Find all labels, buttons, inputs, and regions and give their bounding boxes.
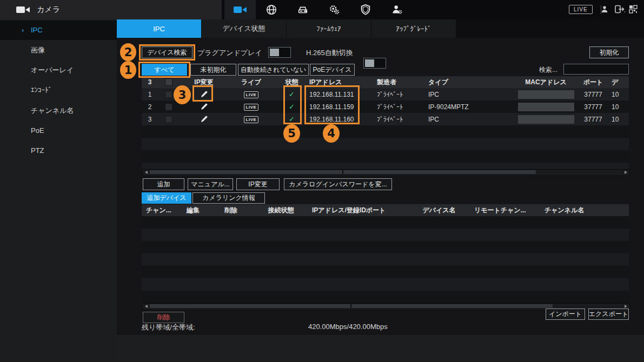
live-badge[interactable]: LIVE (244, 91, 259, 98)
mac-address-redacted (518, 103, 574, 111)
table-row[interactable]: 1 LIVE ✓ 192.168.11.131 ﾌﾟﾗｲﾍﾞｰﾄ IPC 377… (142, 88, 629, 100)
col-type: タイプ (428, 78, 515, 87)
live-button[interactable]: LIVE (569, 5, 593, 14)
row-number: 1 (142, 91, 158, 98)
sidebar: › IPC 画像 オーバーレイ ｴﾝｺｰﾄﾞ チャンネル名 PoE PTZ (0, 19, 117, 362)
row-checkbox[interactable] (165, 91, 172, 98)
port: 37777 (577, 91, 609, 98)
manufacturer: ﾌﾟﾗｲﾍﾞｰﾄ (377, 91, 428, 98)
h265-auto-toggle[interactable] (363, 58, 386, 69)
sidebar-item-ptz[interactable]: PTZ (0, 143, 117, 159)
nav-account-icon[interactable] (381, 0, 413, 19)
row-number: 2 (142, 103, 158, 111)
tab-strip: IPC デバイス状態 ﾌｧｰﾑｳｪｱ ｱｯﾌﾟｸﾞﾚｰﾄﾞ (117, 19, 644, 38)
device-type: IP-9024MPTZ (428, 103, 515, 111)
change-camera-password-button[interactable]: カメラログインパスワードを変... (284, 178, 392, 190)
modify-ip-button[interactable]: IP変更 (236, 178, 280, 190)
scroll-right-icon[interactable] (625, 171, 627, 174)
col-mac: MACアドレス (515, 78, 577, 87)
sidebar-item-label: チャンネル名 (31, 106, 74, 115)
tab-device-status[interactable]: デバイス状態 (202, 19, 286, 38)
table-row[interactable]: 3 LIVE ✓ 192.168.11.160 ﾌﾟﾗｲﾍﾞｰﾄ IPC 377… (142, 113, 629, 125)
import-button[interactable]: インポート (546, 309, 585, 320)
live-badge[interactable]: LIVE (244, 104, 259, 111)
nav-storage-icon[interactable] (287, 0, 318, 19)
device-table-hscrollbar[interactable] (142, 169, 630, 176)
initialize-button[interactable]: 初期化 (589, 46, 629, 58)
nav-security-icon[interactable] (350, 0, 381, 19)
scroll-left-icon[interactable] (145, 305, 148, 308)
col-channel-name: チャンネル名 (545, 206, 599, 215)
added-table-header: チャン... 編集 削除 接続状態 IPアドレス/登録IDポート デバイス名 リ… (142, 204, 629, 216)
annotation-3: 3 (174, 85, 191, 104)
annotation-box-edit-ip (192, 85, 213, 102)
select-all-checkbox[interactable] (165, 78, 172, 86)
col-truncated: デ (609, 78, 628, 87)
add-button[interactable]: 追加 (143, 178, 184, 190)
sidebar-item-overlay[interactable]: オーバーレイ (0, 62, 117, 78)
filter-poe-device-button[interactable]: PoEデバイス (310, 64, 355, 76)
col-edit: 編集 (174, 206, 212, 215)
live-badge[interactable]: LIVE (244, 116, 259, 123)
filter-not-auto-connected-button[interactable]: 自動接続されていない (238, 64, 309, 76)
sidebar-item-image[interactable]: 画像 (0, 42, 117, 58)
truncated-cell: 10 (609, 91, 628, 98)
col-ip-port: IPアドレス/登録IDポート (312, 206, 404, 215)
port: 37777 (577, 116, 609, 123)
edit-ip-icon[interactable] (180, 115, 228, 123)
bandwidth-label: 残り帯域/全帯域: (142, 323, 195, 332)
plug-and-play-toggle[interactable] (268, 47, 291, 58)
manufacturer: ﾌﾟﾗｲﾍﾞｰﾄ (377, 116, 428, 123)
col-delete: 削除 (212, 206, 250, 215)
annotation-box-device-search (139, 44, 195, 61)
sidebar-item-label: IPC (31, 26, 43, 34)
row-checkbox[interactable] (165, 116, 172, 123)
sidebar-item-encode[interactable]: ｴﾝｺｰﾄﾞ (0, 82, 117, 98)
logout-icon[interactable] (615, 5, 626, 16)
tab-firmware[interactable]: ﾌｧｰﾑｳｪｱ (287, 19, 371, 38)
search-input[interactable] (563, 64, 629, 75)
annotation-2: 2 (120, 43, 136, 61)
col-port: ポート (577, 78, 609, 87)
annotation-1: 1 (120, 61, 136, 79)
user-icon[interactable] (600, 5, 609, 16)
mac-address-redacted (518, 115, 574, 124)
export-button[interactable]: エクスポート (588, 309, 629, 320)
added-table-empty-rows (142, 216, 629, 303)
sidebar-item-label: PoE (31, 126, 44, 135)
col-live: ライブ (228, 78, 274, 87)
scroll-right-icon[interactable] (625, 305, 627, 308)
sidebar-item-ipc[interactable]: › IPC (0, 21, 117, 40)
row-checkbox[interactable] (165, 103, 172, 111)
edit-ip-icon[interactable] (180, 103, 228, 111)
table-row[interactable]: 2 LIVE ✓ 192.168.11.159 ﾌﾟﾗｲﾍﾞｰﾄ IP-9024… (142, 100, 629, 113)
page-title: カメラ (37, 5, 60, 15)
mac-address-redacted (518, 90, 574, 99)
search-label: 検索... (539, 65, 557, 75)
nav-settings-icon[interactable] (318, 0, 350, 19)
tab-camera-link-info[interactable]: カメラリンク情報 (192, 192, 265, 204)
delete-button[interactable]: 削除 (143, 312, 184, 323)
sidebar-item-channel-name[interactable]: チャンネル名 (0, 103, 117, 119)
col-connection-status: 接続状態 (250, 206, 312, 215)
tab-upgrade[interactable]: ｱｯﾌﾟｸﾞﾚｰﾄﾞ (371, 19, 456, 38)
sidebar-item-poe[interactable]: PoE (0, 123, 117, 139)
col-device-name: デバイス名 (404, 206, 474, 215)
sidebar-item-label: オーバーレイ (31, 66, 74, 74)
annotation-box-status-column (283, 85, 302, 124)
toggle-knob (365, 59, 374, 67)
nav-camera-icon[interactable] (224, 0, 256, 19)
tab-ipc[interactable]: IPC (117, 19, 201, 38)
annotation-box-filter-all (138, 62, 190, 78)
scrollbar-grip (350, 304, 351, 308)
filter-uninitialized-button[interactable]: 未初期化 (190, 64, 236, 76)
tab-added-device[interactable]: 追加デバイス (142, 192, 191, 204)
titlebar: カメラ (0, 0, 222, 19)
chevron-right-icon: › (22, 21, 24, 40)
qr-code-icon[interactable] (629, 5, 638, 16)
manual-add-button[interactable]: マニュアル... (188, 178, 233, 190)
row-number: 3 (142, 116, 158, 123)
nav-network-icon[interactable] (256, 0, 287, 19)
scroll-left-icon[interactable] (145, 171, 148, 174)
footer-band (117, 335, 644, 362)
